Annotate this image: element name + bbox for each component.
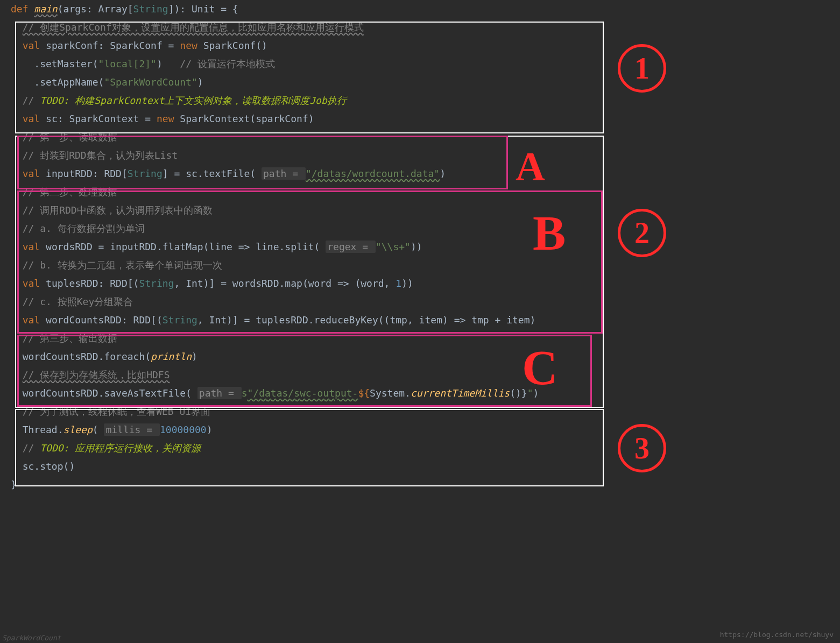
code-line: } <box>11 476 829 494</box>
code-line: // c. 按照Key分组聚合 <box>11 293 829 311</box>
code-editor[interactable]: def main(args: Array[String]): Unit = { … <box>0 0 840 494</box>
code-line: .setAppName("SparkWordCount") <box>11 73 829 91</box>
code-line: // TODO: 构建SparkContext上下文实例对象，读取数据和调度Jo… <box>11 91 829 110</box>
code-line: // 为了测试，线程休眠，查看WEB UI界面 <box>11 402 829 421</box>
code-line: // 创建SparkConf对象，设置应用的配置信息，比如应用名称和应用运行模式 <box>11 18 829 37</box>
code-line: // 第一步、读取数据 <box>11 128 829 146</box>
watermark-text: https://blog.csdn.net/shuyv <box>720 631 834 639</box>
code-line: val inputRDD: RDD[String] = sc.textFile(… <box>11 165 829 183</box>
code-line: // 封装到RDD集合，认为列表List <box>11 146 829 165</box>
code-line: Thread.sleep( millis = 10000000) <box>11 421 829 439</box>
code-line: val tuplesRDD: RDD[(String, Int)] = word… <box>11 274 829 293</box>
code-line: wordCountsRDD.foreach(println) <box>11 348 829 366</box>
status-text: SparkWordCount <box>2 634 61 642</box>
code-line: def main(args: Array[String]): Unit = { <box>11 0 829 18</box>
code-line: // 保存到为存储系统，比如HDFS <box>11 366 829 384</box>
code-line: sc.stop() <box>11 457 829 476</box>
code-line: val sparkConf: SparkConf = new SparkConf… <box>11 37 829 55</box>
code-line: // 调用RDD中函数，认为调用列表中的函数 <box>11 201 829 220</box>
code-line: // a. 每行数据分割为单词 <box>11 220 829 238</box>
code-line: val wordsRDD = inputRDD.flatMap(line => … <box>11 238 829 256</box>
annotation-circle-2: 2 <box>618 209 666 257</box>
code-line: // b. 转换为二元组，表示每个单词出现一次 <box>11 256 829 274</box>
code-line: // 第三步、输出数据 <box>11 329 829 348</box>
code-line: // TODO: 应用程序运行接收，关闭资源 <box>11 439 829 457</box>
code-line: // 第二步、处理数据 <box>11 183 829 201</box>
code-line: val sc: SparkContext = new SparkContext(… <box>11 110 829 128</box>
annotation-circle-3: 3 <box>618 424 666 472</box>
annotation-circle-1: 1 <box>618 44 666 93</box>
code-line: wordCountsRDD.saveAsTextFile( path = s"/… <box>11 384 829 402</box>
code-line: val wordCountsRDD: RDD[(String, Int)] = … <box>11 311 829 329</box>
code-line: .setMaster("local[2]") // 设置运行本地模式 <box>11 55 829 73</box>
